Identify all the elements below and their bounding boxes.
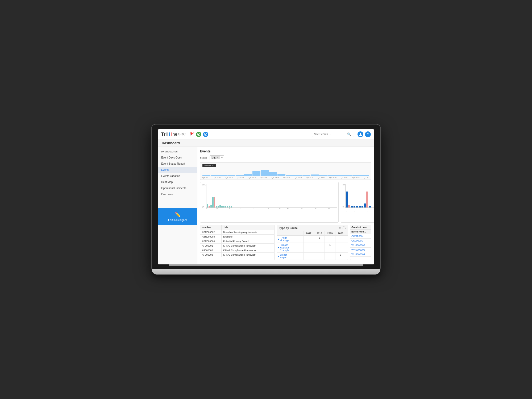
cell-number: AF000003 [200, 253, 222, 257]
logo: Triiiine GRC [161, 132, 186, 137]
table-row[interactable]: ABR000004 Potential Privacy Breach [200, 239, 274, 244]
cause-row-1-2018: 6 [314, 236, 325, 243]
app-container: Triiiine GRC 🚩 🔍 [158, 129, 374, 264]
status-filter-dropdown[interactable]: (All) ✕ ▼ [210, 155, 225, 160]
edit-designer-button[interactable]: ✏️ Edit in Designer [158, 208, 197, 225]
main-content: DASHBOARDS Event Days Open Event Status … [158, 147, 374, 264]
page-title: Dashboard [162, 141, 180, 145]
sidebar-item-outcomes[interactable]: Outcomes [158, 191, 197, 197]
loss-row-4[interactable]: WHS000005 [350, 248, 371, 252]
events-section-title: Events [200, 149, 371, 153]
events-table-header: Number Title [200, 225, 274, 230]
cause-row-3-2017 [304, 253, 314, 260]
search-bar[interactable]: 🔍 [312, 132, 354, 137]
sidebar-item-event-status[interactable]: Event Status Report [158, 161, 197, 167]
timeline-labels: Q3 2017Q4 2017Q1 2018Q2 2018Q3 2018Q4 20… [202, 177, 369, 178]
loss-table: Greatest Loss Event Num... COMP000... CC… [350, 225, 371, 260]
table-row[interactable]: AF000001 KPMG Compliance Framework [200, 244, 274, 248]
nav-icon-green[interactable] [196, 132, 201, 137]
cause-row-3-2020: 3 [335, 253, 346, 260]
timeline-tooltip: 03/07/2017 [202, 164, 216, 167]
laptop-screen: Triiiine GRC 🚩 🔍 [158, 129, 374, 264]
timeline-container: 03/07/2017 [200, 162, 371, 180]
sidebar-item-events[interactable]: Events [158, 167, 197, 173]
sidebar-item-heat-map[interactable]: Heat Map [158, 179, 197, 185]
cause-row-2-label[interactable]: BreachRegisterExample [277, 243, 304, 253]
cause-row-2-2018 [314, 243, 325, 253]
loss-row-1[interactable]: COMP000... [350, 234, 371, 239]
filter-row: Status (All) ✕ ▼ [200, 155, 371, 160]
flag-icon[interactable]: 🚩 [190, 132, 194, 136]
timeline-chart[interactable] [202, 168, 369, 176]
cause-col-2021: 2021 [346, 231, 348, 236]
cause-table: Type by Cause ⬆ ⛶ 2017 2018 [277, 225, 348, 260]
user-icons: ? [358, 131, 371, 137]
cause-row-2-2021 [346, 243, 348, 253]
cell-number: ABR000002 [200, 230, 222, 234]
cause-col-2019: 2019 [325, 231, 335, 236]
loss-row-3[interactable]: WHS000006 [350, 243, 371, 248]
screen-bezel: Triiiine GRC 🚩 🔍 [152, 124, 380, 269]
sidebar-section-label: DASHBOARDS [158, 149, 197, 155]
cause-row-1-label[interactable]: AuditFindings [277, 236, 304, 243]
sidebar: DASHBOARDS Event Days Open Event Status … [158, 147, 197, 264]
filter-dropdown-arrow: ▼ [221, 157, 223, 159]
subheader: Dashboard [158, 139, 374, 147]
cell-number: ABR000004 [200, 239, 222, 243]
loss-row-5[interactable]: WHS000004 [350, 252, 371, 257]
edit-designer-label: Edit in Designer [168, 219, 187, 222]
cause-col-2017: 2017 [304, 231, 314, 236]
table-row[interactable]: ABR000002 Breach of Lending requirements [200, 230, 274, 235]
table-row[interactable]: ABR000003 Example [200, 235, 274, 239]
cell-title: KPMG Compliance Framework [222, 244, 274, 248]
cause-export-btn[interactable]: ⬆ [339, 226, 341, 230]
top-nav: Triiiine GRC 🚩 🔍 [158, 129, 374, 139]
laptop-base [152, 269, 380, 275]
cause-row-1-2017 [304, 236, 314, 243]
filter-tag-all: (All) ✕ [211, 156, 220, 159]
cause-col-2020: 2020 [335, 231, 346, 236]
cause-row-3-label[interactable]: BreachReport [277, 253, 304, 260]
cause-expand-btn[interactable]: ⛶ [342, 226, 346, 230]
edit-designer-icon: ✏️ [175, 212, 181, 218]
cell-title: Example [222, 235, 274, 239]
sidebar-item-events-variation[interactable]: Events variation [158, 173, 197, 179]
nav-icons: 🚩 [190, 132, 208, 137]
cell-number: AF000002 [200, 248, 222, 252]
cause-row-2-2017 [304, 243, 314, 253]
filter-remove-btn[interactable]: ✕ [217, 156, 219, 159]
cell-number: AF000001 [200, 244, 222, 248]
cause-row-1-2019 [325, 236, 335, 243]
chart-type-box: 2.5K 0K [200, 182, 339, 223]
chart2-title: Category [343, 208, 374, 210]
chart-category-box: 20 0 [341, 182, 374, 223]
dashboard-content: Events Status (All) ✕ ▼ [197, 147, 374, 264]
data-section: Number Title ABR000002 Breach of Lending… [200, 225, 371, 260]
events-table: Number Title ABR000002 Breach of Lending… [200, 225, 275, 260]
cause-row-3-2018 [314, 253, 325, 260]
nav-icon-blue[interactable] [203, 132, 208, 137]
sidebar-item-event-days[interactable]: Event Days Open [158, 155, 197, 161]
sidebar-item-operational[interactable]: Operational Incidents [158, 185, 197, 191]
loss-col-header: Greatest Loss [350, 225, 371, 230]
search-input[interactable] [314, 133, 346, 136]
cause-row-2-2020 [335, 243, 346, 253]
cell-number: ABR000003 [200, 235, 222, 239]
help-icon[interactable]: ? [365, 131, 371, 137]
laptop-shell: Triiiine GRC 🚩 🔍 [152, 124, 380, 275]
cell-title: KPMG Compliance Framework [222, 248, 274, 252]
table-row[interactable]: AF000003 KPMG Compliance Framework [200, 253, 274, 257]
cause-row-1-2021 [346, 236, 348, 243]
loss-row-2[interactable]: CC000001 [350, 239, 371, 243]
cell-title: KPMG Compliance Framework [222, 253, 274, 257]
search-icon: 🔍 [347, 132, 351, 136]
col-number-header: Number [200, 225, 222, 230]
svg-point-2 [360, 133, 361, 134]
logo-grc: GRC [178, 132, 186, 136]
loss-col2-header: Event Num... [350, 230, 371, 234]
charts-row: 2.5K 0K [200, 182, 371, 223]
user-avatar-icon[interactable] [358, 131, 363, 137]
cause-table-actions: ⬆ ⛶ [339, 226, 346, 230]
table-row[interactable]: AF000002 KPMG Compliance Framework [200, 248, 274, 253]
col-title-header: Title [222, 225, 274, 230]
